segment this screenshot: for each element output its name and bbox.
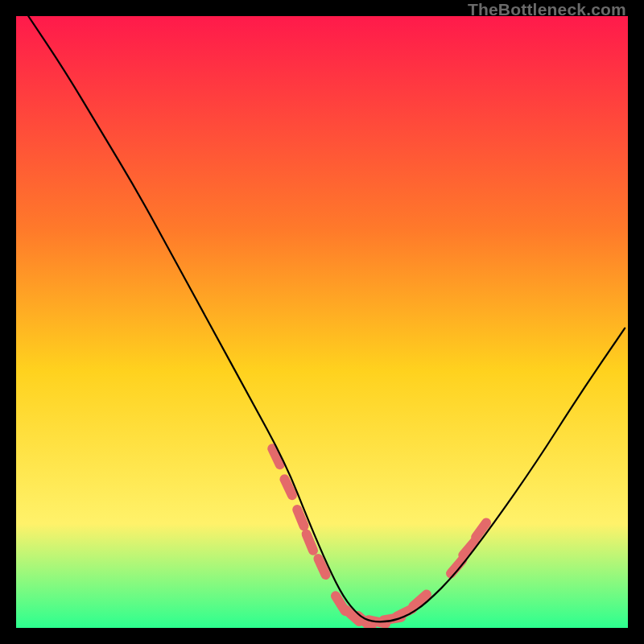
- highlight-marker: [307, 534, 313, 550]
- highlight-marker: [318, 559, 325, 575]
- highlight-marker: [297, 510, 303, 526]
- gradient-background: [16, 16, 628, 628]
- bottleneck-chart: [16, 16, 628, 628]
- watermark-text: TheBottleneck.com: [468, 0, 626, 19]
- highlight-marker: [284, 479, 291, 495]
- chart-frame: [16, 16, 628, 628]
